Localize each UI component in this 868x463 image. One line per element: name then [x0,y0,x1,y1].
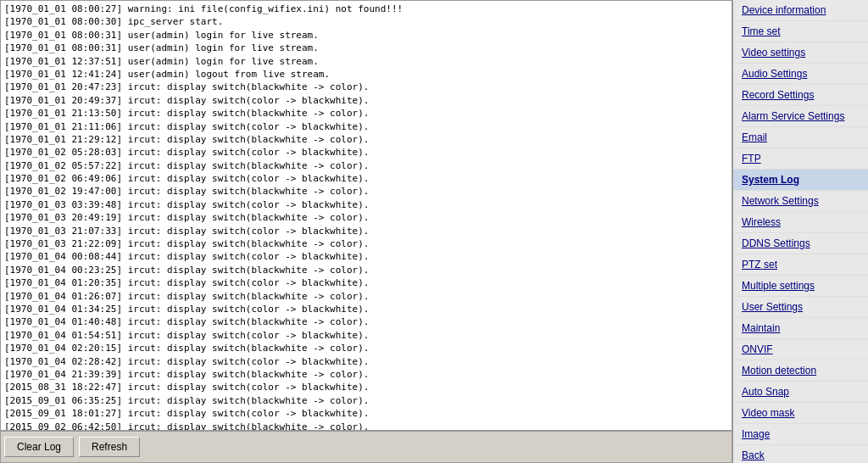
log-line: [1970_01_01 20:47:23] ircut: display swi… [4,81,728,93]
sidebar-item-alarm-service-settings[interactable]: Alarm Service Settings [733,106,868,127]
sidebar-item-audio-settings[interactable]: Audio Settings [733,64,868,85]
clear-log-button[interactable]: Clear Log [4,437,74,457]
button-bar: Clear Log Refresh [1,431,732,462]
log-line: [1970_01_04 00:08:44] ircut: display swi… [4,250,728,263]
log-line: [1970_01_03 21:07:33] ircut: display swi… [4,225,728,237]
sidebar-item-user-settings[interactable]: User Settings [733,297,868,318]
log-line: [1970_01_04 02:28:42] ircut: display swi… [4,355,728,368]
sidebar-item-ptz-set[interactable]: PTZ set [733,254,868,276]
log-line: [1970_01_02 05:28:03] ircut: display swi… [4,146,728,159]
log-line: [1970_01_01 20:49:37] ircut: display swi… [4,94,728,107]
sidebar-item-motion-detection[interactable]: Motion detection [733,360,868,382]
log-line: [2015_08_31 18:22:47] ircut: display swi… [4,381,728,393]
log-line: [1970_01_04 01:20:35] ircut: display swi… [4,276,728,289]
sidebar-item-image[interactable]: Image [733,424,868,445]
log-line: [1970_01_01 21:29:12] ircut: display swi… [4,133,728,146]
sidebar-item-system-log[interactable]: System Log [733,170,868,191]
sidebar-item-multiple-settings[interactable]: Multiple settings [733,276,868,297]
log-line: [2015_09_01 06:35:25] ircut: display swi… [4,394,728,407]
sidebar-item-video-settings[interactable]: Video settings [733,42,868,64]
log-line: [1970_01_02 05:57:22] ircut: display swi… [4,159,728,172]
sidebar-item-onvif[interactable]: ONVIF [733,339,868,360]
log-line: [1970_01_04 01:34:25] ircut: display swi… [4,303,728,315]
log-line: [1970_01_01 12:37:51] user(admin) login … [4,55,728,68]
sidebar-item-back[interactable]: Back [733,445,868,463]
sidebar-item-time-set[interactable]: Time set [733,21,868,42]
sidebar: Device informationTime setVideo settings… [732,0,868,463]
log-line: [1970_01_04 02:20:15] ircut: display swi… [4,342,728,354]
sidebar-item-video-mask[interactable]: Video mask [733,403,868,424]
log-line: [2015_09_01 18:01:27] ircut: display swi… [4,407,728,420]
sidebar-item-ftp[interactable]: FTP [733,148,868,170]
log-line: [1970_01_04 01:40:48] ircut: display swi… [4,315,728,328]
log-line: [1970_01_03 03:39:48] ircut: display swi… [4,198,728,211]
main-content: [1970_01_01 08:00:27] warning: ini file(… [0,0,732,463]
log-line: [1970_01_01 12:41:24] user(admin) logout… [4,68,728,81]
sidebar-item-maintain[interactable]: Maintain [733,318,868,339]
log-line: [2015_09_02 06:42:50] ircut: display swi… [4,421,728,432]
refresh-button[interactable]: Refresh [79,437,140,457]
log-line: [1970_01_01 08:00:31] user(admin) login … [4,42,728,54]
log-line: [1970_01_01 08:00:27] warning: ini file(… [4,3,728,15]
sidebar-item-ddns-settings[interactable]: DDNS Settings [733,233,868,254]
log-line: [1970_01_02 06:49:06] ircut: display swi… [4,172,728,185]
sidebar-item-network-settings[interactable]: Network Settings [733,191,868,212]
log-line: [1970_01_04 01:54:51] ircut: display swi… [4,329,728,342]
sidebar-item-record-settings[interactable]: Record Settings [733,85,868,106]
log-line: [1970_01_01 08:00:30] ipc_server start. [4,15,728,28]
sidebar-item-wireless[interactable]: Wireless [733,212,868,233]
log-line: [1970_01_01 08:00:31] user(admin) login … [4,29,728,42]
log-line: [1970_01_01 21:13:50] ircut: display swi… [4,107,728,120]
log-line: [1970_01_01 21:11:06] ircut: display swi… [4,120,728,133]
log-line: [1970_01_04 01:26:07] ircut: display swi… [4,290,728,303]
sidebar-item-auto-snap[interactable]: Auto Snap [733,382,868,403]
log-line: [1970_01_04 21:39:39] ircut: display swi… [4,368,728,381]
log-line: [1970_01_04 00:23:25] ircut: display swi… [4,264,728,276]
sidebar-item-email[interactable]: Email [733,127,868,148]
log-line: [1970_01_02 19:47:00] ircut: display swi… [4,185,728,198]
log-line: [1970_01_03 20:49:19] ircut: display swi… [4,211,728,224]
sidebar-item-device-information[interactable]: Device information [733,0,868,21]
log-area[interactable]: [1970_01_01 08:00:27] warning: ini file(… [1,1,732,431]
log-line: [1970_01_03 21:22:09] ircut: display swi… [4,237,728,250]
